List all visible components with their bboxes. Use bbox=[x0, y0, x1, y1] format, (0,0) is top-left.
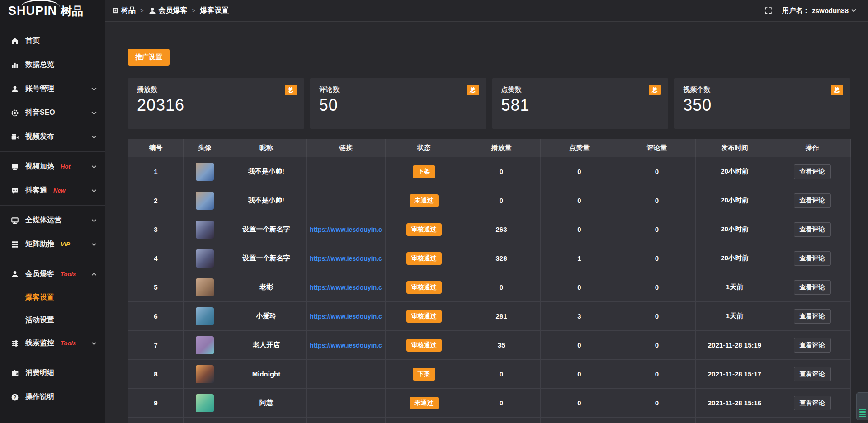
cell-avatar bbox=[184, 360, 226, 389]
status-badge[interactable]: 未通过 bbox=[410, 194, 439, 207]
cell-nickname: 老彬 bbox=[226, 273, 307, 302]
status-badge[interactable]: 审核通过 bbox=[406, 310, 442, 323]
breadcrumb-item[interactable]: 爆客设置 bbox=[200, 6, 229, 15]
sidebar-item-label: 视频发布 bbox=[25, 132, 54, 141]
cell-time: 20小时前 bbox=[696, 186, 774, 215]
sidebar-item-消费明细[interactable]: 消费明细 bbox=[0, 361, 105, 385]
view-comments-button[interactable]: 查看评论 bbox=[794, 164, 831, 179]
cell-avatar bbox=[184, 186, 226, 215]
cell-no bbox=[128, 418, 184, 423]
sidebar-subitem-爆客设置[interactable]: 爆客设置 bbox=[0, 286, 105, 309]
stat-value: 350 bbox=[683, 96, 841, 115]
status-badge[interactable]: 审核通过 bbox=[406, 252, 442, 265]
view-comments-button[interactable]: 查看评论 bbox=[794, 193, 831, 208]
status-badge[interactable]: 下架 bbox=[413, 368, 435, 381]
status-badge[interactable]: 下架 bbox=[413, 165, 435, 178]
cell-nickname bbox=[226, 418, 307, 423]
cell-plays: 0 bbox=[462, 389, 541, 418]
status-badge[interactable]: 未通过 bbox=[410, 397, 439, 409]
sidebar-item-会员爆客[interactable]: 会员爆客Tools bbox=[0, 262, 105, 286]
chevron-down-icon bbox=[91, 135, 97, 139]
stat-value: 50 bbox=[319, 96, 477, 115]
cell-no: 7 bbox=[128, 331, 184, 360]
cell-no: 6 bbox=[128, 302, 184, 331]
sidebar-divider bbox=[0, 259, 105, 259]
status-badge[interactable]: 审核通过 bbox=[406, 281, 442, 294]
cell-plays bbox=[462, 418, 541, 423]
status-badge[interactable]: 审核通过 bbox=[406, 339, 442, 352]
cell-likes: 0 bbox=[541, 215, 618, 244]
status-badge[interactable]: 审核通过 bbox=[406, 223, 442, 236]
sidebar-item-label: 全媒体运营 bbox=[25, 216, 61, 225]
chevron-up-icon bbox=[91, 273, 97, 276]
view-comments-button[interactable]: 查看评论 bbox=[794, 251, 831, 266]
cell-no: 1 bbox=[128, 157, 184, 186]
logo-arc bbox=[21, 0, 60, 7]
sidebar-item-badge: Hot bbox=[61, 163, 71, 170]
gear-icon bbox=[11, 109, 19, 117]
cell-link[interactable]: https://www.iesdouyin.c bbox=[307, 302, 386, 331]
view-comments-button[interactable]: 查看评论 bbox=[794, 396, 831, 410]
column-header-头像: 头像 bbox=[184, 139, 226, 157]
sidebar-item-抖音SEO[interactable]: 抖音SEO bbox=[0, 101, 105, 125]
avatar bbox=[196, 221, 214, 239]
cell-link[interactable]: https://www.iesdouyin.c bbox=[307, 331, 386, 360]
cell-link[interactable]: https://www.iesdouyin.c bbox=[307, 273, 386, 302]
cell-likes: 1 bbox=[541, 244, 618, 273]
user-menu[interactable]: 用户名：zswodun88 bbox=[782, 6, 856, 15]
sidebar-item-线索监控[interactable]: 线索监控Tools bbox=[0, 331, 105, 355]
cell-avatar bbox=[184, 157, 226, 186]
cell-link[interactable]: https://www.iesdouyin.c bbox=[307, 215, 386, 244]
breadcrumb-label: 树品 bbox=[121, 6, 136, 15]
view-comments-button[interactable]: 查看评论 bbox=[794, 280, 831, 295]
sidebar-item-label: 操作说明 bbox=[25, 392, 54, 402]
view-comments-button[interactable]: 查看评论 bbox=[794, 309, 831, 324]
question-icon: ? bbox=[11, 393, 19, 401]
view-comments-button[interactable]: 查看评论 bbox=[794, 338, 831, 352]
table-row: 7老人开店https://www.iesdouyin.c审核通过35002021… bbox=[128, 331, 851, 360]
sidebar-item-badge: Tools bbox=[61, 271, 76, 277]
sidebar-item-账号管理[interactable]: 账号管理 bbox=[0, 77, 105, 101]
sidebar-item-操作说明[interactable]: ?操作说明 bbox=[0, 385, 105, 409]
table-row: 8Midnight下架0002021-11-28 15:17查看评论 bbox=[128, 360, 851, 389]
cell-no: 3 bbox=[128, 215, 184, 244]
fullscreen-icon[interactable] bbox=[764, 7, 772, 14]
user-icon bbox=[148, 7, 156, 15]
sidebar-item-矩阵助推[interactable]: 矩阵助推VIP bbox=[0, 232, 105, 256]
sidebar-item-抖客通[interactable]: 抖客通New bbox=[0, 179, 105, 202]
member-icon bbox=[11, 270, 19, 278]
cell-likes: 0 bbox=[541, 273, 618, 302]
chevron-down-icon bbox=[91, 189, 97, 193]
sidebar-item-视频发布[interactable]: 视频发布 bbox=[0, 125, 105, 149]
sidebar-item-label: 抖客通 bbox=[25, 186, 47, 195]
sidebar-item-视频加热[interactable]: 视频加热Hot bbox=[0, 155, 105, 179]
cell-link[interactable]: https://www.iesdouyin.c bbox=[307, 244, 386, 273]
breadcrumb-item[interactable]: 树品 bbox=[112, 6, 136, 15]
cell-plays: 0 bbox=[462, 273, 541, 302]
cell-link bbox=[307, 389, 386, 418]
view-comments-button[interactable]: 查看评论 bbox=[794, 222, 831, 237]
stat-total-badge: 总 bbox=[831, 85, 843, 95]
cell-link bbox=[307, 157, 386, 186]
cell-action: 查看评论 bbox=[774, 302, 851, 331]
cell-status: 审核通过 bbox=[386, 302, 462, 331]
avatar bbox=[196, 394, 214, 412]
cell-comments: 0 bbox=[618, 389, 696, 418]
cell-likes: 0 bbox=[541, 389, 618, 418]
sidebar-item-全媒体运营[interactable]: 全媒体运营 bbox=[0, 208, 105, 232]
floating-widget[interactable] bbox=[856, 392, 868, 420]
sidebar-item-数据总览[interactable]: 数据总览 bbox=[0, 53, 105, 77]
sidebar-item-首页[interactable]: 首页 bbox=[0, 29, 105, 53]
breadcrumb-item[interactable]: 会员爆客 bbox=[148, 6, 188, 15]
view-comments-button[interactable]: 查看评论 bbox=[794, 367, 831, 381]
chevron-down-icon bbox=[91, 165, 97, 169]
column-header-昵称: 昵称 bbox=[226, 139, 307, 157]
videos-table: 编号头像昵称链接状态播放量点赞量评论量发布时间操作 1我不是小帅!下架00020… bbox=[128, 139, 851, 423]
sidebar-nav: 首页数据总览账号管理抖音SEO视频发布视频加热Hot抖客通New全媒体运营矩阵助… bbox=[0, 22, 105, 423]
cell-time: 1天前 bbox=[696, 273, 774, 302]
promo-settings-button[interactable]: 推广设置 bbox=[128, 49, 170, 66]
sidebar-item-label: 会员爆客 bbox=[25, 269, 54, 279]
sidebar-item-badge: VIP bbox=[61, 241, 70, 248]
sidebar-subitem-活动设置[interactable]: 活动设置 bbox=[0, 309, 105, 331]
cell-no: 9 bbox=[128, 389, 184, 418]
